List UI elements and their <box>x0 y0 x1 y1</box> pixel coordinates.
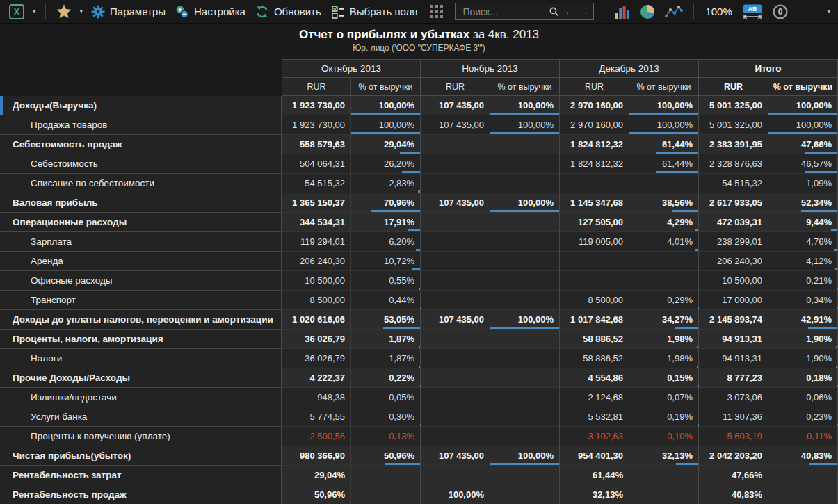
value-cell[interactable]: 58 886,52 <box>560 349 629 368</box>
row-label[interactable]: Продажа товаров <box>0 115 282 135</box>
value-cell[interactable] <box>421 174 490 193</box>
row-label[interactable]: Себестоимость <box>0 154 282 174</box>
row-label[interactable]: Доходы(Выручка) <box>0 96 282 115</box>
value-cell[interactable]: 119 294,01 <box>282 232 351 252</box>
row-label[interactable]: Услуги банка <box>0 407 282 427</box>
value-cell[interactable]: 2 124,68 <box>560 388 629 407</box>
setup-button[interactable]: Настройка <box>172 3 249 20</box>
value-cell[interactable]: 17,91% <box>351 213 421 232</box>
measure-header[interactable]: % от выручки <box>768 78 838 96</box>
value-cell[interactable]: 53,05% <box>351 310 421 330</box>
value-cell[interactable] <box>351 485 421 504</box>
value-cell[interactable] <box>490 135 560 154</box>
value-cell[interactable]: 4,76% <box>768 232 838 252</box>
value-cell[interactable]: 100,00% <box>351 115 421 135</box>
value-cell[interactable]: 344 534,31 <box>282 213 351 232</box>
value-cell[interactable] <box>421 388 490 407</box>
measure-header[interactable]: % от выручки <box>629 78 699 96</box>
measure-header[interactable]: RUR <box>699 78 768 96</box>
value-cell[interactable]: 100,00% <box>490 193 560 213</box>
measure-header[interactable]: % от выручки <box>490 78 560 96</box>
value-cell[interactable]: 472 039,31 <box>699 213 768 232</box>
value-cell[interactable]: 42,91% <box>768 310 838 330</box>
value-cell[interactable]: 2 970 160,00 <box>560 96 629 115</box>
value-cell[interactable] <box>629 485 699 504</box>
value-cell[interactable]: 107 435,00 <box>421 96 490 115</box>
row-label[interactable]: Операционные расходы <box>0 213 282 232</box>
row-label[interactable]: Излишки/недостачи <box>0 388 282 407</box>
bar-chart-button[interactable] <box>611 3 634 20</box>
column-group-header[interactable]: Итого <box>699 59 838 78</box>
value-cell[interactable] <box>421 349 490 368</box>
value-cell[interactable]: 8 777,23 <box>699 368 768 388</box>
value-cell[interactable]: 29,04% <box>351 135 421 154</box>
value-cell[interactable] <box>421 330 490 349</box>
value-cell[interactable]: 100,00% <box>629 115 699 135</box>
row-label[interactable]: Проценты, налоги, амортизация <box>0 330 282 349</box>
value-cell[interactable]: 3 073,06 <box>699 388 768 407</box>
app-menu-button[interactable]: X <box>6 3 28 21</box>
value-cell[interactable]: 100,00% <box>421 485 490 504</box>
value-cell[interactable]: 107 435,00 <box>421 193 490 213</box>
value-cell[interactable]: 4 222,37 <box>282 368 351 388</box>
value-cell[interactable]: 107 435,00 <box>421 115 490 135</box>
value-cell[interactable]: 5 532,81 <box>560 407 629 427</box>
value-cell[interactable]: 34,27% <box>629 310 699 330</box>
value-cell[interactable]: 127 505,00 <box>560 213 629 232</box>
row-label[interactable]: Рентабельность продаж <box>0 485 282 504</box>
search-icon[interactable] <box>549 6 559 17</box>
value-cell[interactable]: 5 001 325,00 <box>699 115 768 135</box>
value-cell[interactable]: 5 001 325,00 <box>699 96 768 115</box>
value-cell[interactable] <box>421 291 490 310</box>
value-cell[interactable]: 10 500,00 <box>699 271 768 291</box>
value-cell[interactable]: 1 145 347,68 <box>560 193 629 213</box>
value-cell[interactable]: 504 064,31 <box>282 154 351 174</box>
value-cell[interactable]: 100,00% <box>768 96 838 115</box>
value-cell[interactable]: 100,00% <box>768 115 838 135</box>
value-cell[interactable]: 948,38 <box>282 388 351 407</box>
value-cell[interactable]: 206 240,30 <box>282 252 351 271</box>
value-cell[interactable]: 100,00% <box>351 96 421 115</box>
favorites-button[interactable] <box>53 3 75 20</box>
value-cell[interactable]: 0,05% <box>351 388 421 407</box>
value-cell[interactable]: 1 824 812,32 <box>560 154 629 174</box>
value-cell[interactable] <box>490 466 560 485</box>
value-cell[interactable] <box>490 407 560 427</box>
value-cell[interactable]: 1 365 150,37 <box>282 193 351 213</box>
value-cell[interactable]: 2 145 893,74 <box>699 310 768 330</box>
value-cell[interactable]: 10,72% <box>351 252 421 271</box>
value-cell[interactable]: 2,83% <box>351 174 421 193</box>
value-cell[interactable]: 50,96% <box>351 446 421 466</box>
value-cell[interactable]: 0,15% <box>629 368 699 388</box>
select-fields-button[interactable]: Выбрать поля <box>328 3 421 20</box>
value-cell[interactable]: 100,00% <box>490 96 560 115</box>
value-cell[interactable] <box>490 485 560 504</box>
value-cell[interactable]: 61,44% <box>560 466 629 485</box>
row-label[interactable]: Доходы до уплаты налогов, переоценки и а… <box>0 310 282 330</box>
row-label[interactable]: Валовая прибыль <box>0 193 282 213</box>
value-cell[interactable]: -0,10% <box>629 427 699 446</box>
value-cell[interactable]: 4 554,86 <box>560 368 629 388</box>
value-cell[interactable] <box>629 252 699 271</box>
value-cell[interactable]: 1,90% <box>768 330 838 349</box>
value-cell[interactable] <box>490 213 560 232</box>
value-cell[interactable] <box>490 427 560 446</box>
toolbar-overflow-caret-icon[interactable]: ▾ <box>825 7 832 16</box>
value-cell[interactable]: 36 026,79 <box>282 349 351 368</box>
line-chart-button[interactable] <box>661 3 686 20</box>
value-cell[interactable]: 47,66% <box>768 135 838 154</box>
value-cell[interactable]: 107 435,00 <box>421 446 490 466</box>
value-cell[interactable]: -5 603,19 <box>699 427 768 446</box>
favorites-caret-icon[interactable]: ▾ <box>78 7 86 16</box>
value-cell[interactable]: 2 383 391,95 <box>699 135 768 154</box>
value-cell[interactable]: 17 000,00 <box>699 291 768 310</box>
parameters-button[interactable]: Параметры <box>88 3 169 20</box>
measure-header[interactable]: RUR <box>560 78 629 96</box>
value-cell[interactable]: -2 500,56 <box>282 427 351 446</box>
row-label[interactable]: Офисные расходы <box>0 271 282 291</box>
value-cell[interactable]: 94 913,31 <box>699 349 768 368</box>
value-cell[interactable]: 70,96% <box>351 193 421 213</box>
value-cell[interactable]: 100,00% <box>629 96 699 115</box>
value-cell[interactable]: 0,07% <box>629 388 699 407</box>
value-cell[interactable]: 29,04% <box>282 466 351 485</box>
